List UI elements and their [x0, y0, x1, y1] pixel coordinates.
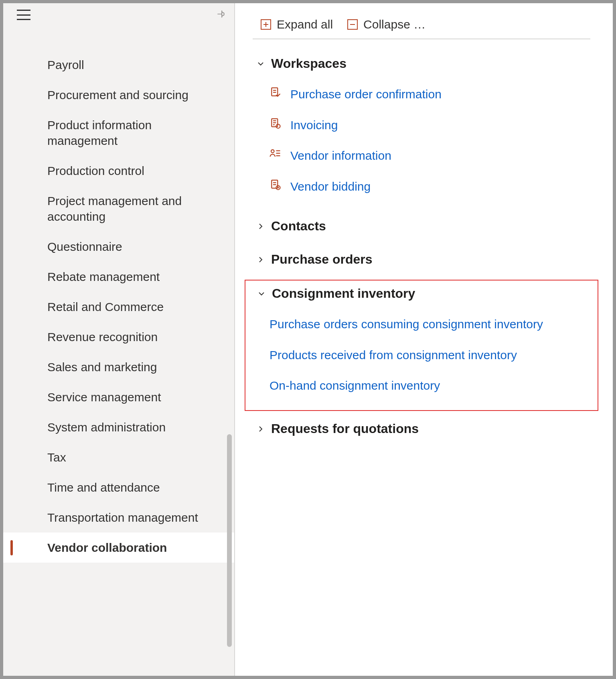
highlight-consignment-inventory: Consignment inventory Purchase orders co…	[245, 280, 598, 411]
sidebar-item-procurement-sourcing[interactable]: Procurement and sourcing	[3, 80, 234, 110]
section-header-purchase-orders[interactable]: Purchase orders	[253, 246, 590, 272]
link-label: Invoicing	[290, 117, 338, 134]
link-po-consuming-consignment[interactable]: Purchase orders consuming consignment in…	[265, 309, 590, 340]
link-label: Purchase order confirmation	[290, 86, 442, 103]
expand-all-button[interactable]: Expand all	[261, 18, 333, 31]
sidebar-item-label: Payroll	[47, 58, 84, 71]
sidebar-item-vendor-collaboration[interactable]: Vendor collaboration	[3, 533, 234, 563]
nav-list: Payroll Procurement and sourcing Product…	[3, 50, 234, 563]
link-vendor-bidding[interactable]: Vendor bidding	[265, 171, 590, 202]
sidebar-item-label: Questionnaire	[47, 240, 122, 253]
section-workspaces: Workspaces Purchase order confirmation I…	[253, 51, 590, 206]
svg-point-2	[276, 124, 280, 128]
link-label: Vendor bidding	[290, 179, 371, 195]
sidebar-item-label: Production control	[47, 164, 144, 177]
sidebar-item-rebate-management[interactable]: Rebate management	[3, 262, 234, 292]
svg-rect-0	[272, 88, 278, 96]
chevron-down-icon	[257, 56, 266, 71]
expand-icon	[261, 19, 271, 30]
bid-icon	[269, 179, 282, 191]
document-check-icon	[269, 86, 282, 98]
sidebar-item-time-attendance[interactable]: Time and attendance	[3, 472, 234, 502]
hamburger-icon[interactable]	[17, 10, 30, 20]
sidebar-item-label: Vendor collaboration	[47, 541, 167, 554]
sidebar-item-product-information[interactable]: Product information management	[3, 110, 234, 156]
section-header-rfq[interactable]: Requests for quotations	[253, 416, 590, 442]
person-list-icon	[269, 148, 282, 160]
sidebar-item-project-management[interactable]: Project management and accounting	[3, 186, 234, 232]
sidebar-item-transportation-management[interactable]: Transportation management	[3, 502, 234, 533]
sidebar-item-label: Service management	[47, 390, 161, 404]
link-label: Purchase orders consuming consignment in…	[270, 316, 543, 333]
link-invoicing[interactable]: Invoicing	[265, 110, 590, 141]
sidebar-item-tax[interactable]: Tax	[3, 442, 234, 472]
section-title: Contacts	[271, 219, 326, 234]
sidebar-item-production-control[interactable]: Production control	[3, 156, 234, 186]
section-title: Consignment inventory	[272, 286, 415, 301]
chevron-right-icon	[257, 252, 266, 267]
link-label: Vendor information	[290, 148, 391, 164]
sidebar-scrollbar[interactable]	[227, 26, 232, 676]
section-rfq: Requests for quotations	[253, 416, 590, 442]
link-label: Products received from consignment inven…	[270, 347, 517, 364]
section-header-contacts[interactable]: Contacts	[253, 213, 590, 239]
svg-point-3	[271, 150, 274, 153]
section-consignment-inventory: Consignment inventory Purchase orders co…	[253, 281, 590, 405]
section-header-consignment[interactable]: Consignment inventory	[253, 281, 590, 307]
sidebar-item-label: Retail and Commerce	[47, 300, 164, 313]
sidebar-item-label: System administration	[47, 421, 166, 434]
invoice-icon	[269, 117, 282, 129]
section-contacts: Contacts	[253, 213, 590, 239]
content-pane: Expand all Collapse … Workspaces P	[235, 3, 613, 676]
sidebar-item-payroll[interactable]: Payroll	[3, 50, 234, 80]
sidebar-item-questionnaire[interactable]: Questionnaire	[3, 232, 234, 262]
chevron-down-icon	[257, 286, 267, 301]
section-title: Requests for quotations	[271, 421, 419, 436]
pin-icon[interactable]	[216, 9, 226, 21]
collapse-all-button[interactable]: Collapse …	[347, 18, 426, 31]
sidebar-item-system-administration[interactable]: System administration	[3, 412, 234, 442]
sidebar-item-label: Product information management	[47, 118, 152, 147]
section-purchase-orders: Purchase orders	[253, 246, 590, 272]
link-products-received-consignment[interactable]: Products received from consignment inven…	[265, 340, 590, 371]
sidebar-item-label: Tax	[47, 451, 66, 464]
section-title: Purchase orders	[271, 252, 373, 267]
sidebar: Payroll Procurement and sourcing Product…	[3, 3, 234, 676]
link-purchase-order-confirmation[interactable]: Purchase order confirmation	[265, 79, 590, 110]
sidebar-item-label: Transportation management	[47, 511, 198, 524]
chevron-right-icon	[257, 219, 266, 234]
chevron-right-icon	[257, 421, 266, 436]
section-header-workspaces[interactable]: Workspaces	[253, 51, 590, 77]
sidebar-item-revenue-recognition[interactable]: Revenue recognition	[3, 322, 234, 352]
toolbar-label: Expand all	[277, 18, 333, 31]
toolbar-label: Collapse …	[363, 18, 426, 31]
link-vendor-information[interactable]: Vendor information	[265, 140, 590, 171]
sidebar-item-label: Project management and accounting	[47, 194, 182, 223]
section-title: Workspaces	[271, 56, 346, 71]
link-label: On-hand consignment inventory	[270, 378, 440, 394]
toolbar: Expand all Collapse …	[253, 18, 590, 39]
sidebar-item-label: Sales and marketing	[47, 360, 157, 374]
sidebar-topbar	[3, 3, 234, 26]
sidebar-item-label: Rebate management	[47, 270, 160, 283]
sidebar-item-sales-marketing[interactable]: Sales and marketing	[3, 352, 234, 382]
sidebar-item-label: Time and attendance	[47, 481, 160, 494]
collapse-icon	[347, 19, 358, 30]
sidebar-item-label: Revenue recognition	[47, 330, 158, 344]
sidebar-item-retail-commerce[interactable]: Retail and Commerce	[3, 292, 234, 322]
link-onhand-consignment[interactable]: On-hand consignment inventory	[265, 370, 590, 401]
sidebar-item-service-management[interactable]: Service management	[3, 382, 234, 412]
sidebar-item-label: Procurement and sourcing	[47, 88, 188, 102]
